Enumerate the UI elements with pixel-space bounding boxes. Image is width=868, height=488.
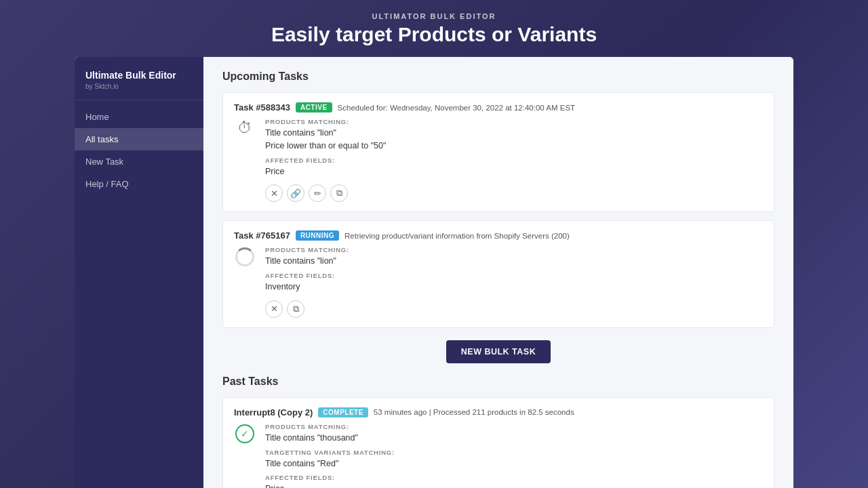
brand-title: Ultimate Bulk Editor bbox=[85, 69, 193, 81]
cancel-button[interactable]: ✕ bbox=[265, 184, 283, 202]
products-matching-label: PRODUCTS MATCHING: bbox=[265, 246, 763, 253]
main-container: Ultimate Bulk Editor by Sktch.io Home Al… bbox=[75, 57, 793, 488]
affected-fields-value: Inventory bbox=[265, 281, 763, 293]
affected-fields-value: Price bbox=[265, 165, 763, 178]
past-tasks-title: Past Tasks bbox=[222, 375, 774, 388]
task-id: Task #588343 bbox=[234, 102, 290, 113]
task-schedule: 53 minutes ago | Processed 211 products … bbox=[374, 408, 574, 416]
link-button[interactable]: 🔗 bbox=[287, 184, 304, 202]
task-id: Interrupt8 (Copy 2) bbox=[234, 407, 313, 418]
sidebar: Ultimate Bulk Editor by Sktch.io Home Al… bbox=[75, 57, 203, 488]
tagline: Easily target Products or Variants bbox=[0, 23, 868, 46]
content-area: Upcoming Tasks Task #588343 ACTIVE Sched… bbox=[203, 57, 793, 488]
sidebar-item-help[interactable]: Help / FAQ bbox=[75, 173, 203, 195]
check-icon: ✓ bbox=[234, 423, 256, 488]
cancel-button[interactable]: ✕ bbox=[265, 300, 283, 318]
sidebar-nav: Home All tasks New Task Help / FAQ bbox=[75, 100, 203, 201]
sidebar-item-new-task[interactable]: New Task bbox=[75, 150, 203, 173]
clock-icon: ⏱ bbox=[234, 118, 256, 202]
task-body: ⏱ PRODUCTS MATCHING: Title contains "lio… bbox=[234, 118, 763, 202]
sidebar-brand: Ultimate Bulk Editor by Sktch.io bbox=[75, 57, 203, 100]
affected-fields-label: AFFECTED FIELDS: bbox=[265, 474, 763, 481]
products-matching-value-0: Title contains "thousand" bbox=[265, 432, 763, 445]
task-schedule: Scheduled for: Wednesday, November 30, 2… bbox=[338, 104, 576, 112]
new-task-btn-wrap: NEW BULK TASK bbox=[222, 340, 774, 363]
products-matching-value-0: Title contains "lion" bbox=[265, 255, 763, 268]
affected-fields-label: AFFECTED FIELDS: bbox=[265, 157, 763, 164]
task-body: ✓ PRODUCTS MATCHING: Title contains "tho… bbox=[234, 423, 763, 488]
task-header: Task #588343 ACTIVE Scheduled for: Wedne… bbox=[234, 102, 763, 113]
task-header: Interrupt8 (Copy 2) COMPLETE 53 minutes … bbox=[234, 407, 763, 418]
task-badge-complete: COMPLETE bbox=[318, 407, 368, 418]
products-matching-label: PRODUCTS MATCHING: bbox=[265, 118, 763, 125]
task-header: Task #765167 RUNNING Retrieving product/… bbox=[234, 230, 763, 241]
task-card-588343: Task #588343 ACTIVE Scheduled for: Wedne… bbox=[222, 92, 774, 212]
task-schedule: Retrieving product/variant information f… bbox=[344, 232, 570, 240]
task-details: PRODUCTS MATCHING: Title contains "thous… bbox=[265, 423, 763, 488]
affected-fields-label: AFFECTED FIELDS: bbox=[265, 272, 763, 279]
copy-button[interactable]: ⧉ bbox=[287, 300, 304, 318]
task-details: PRODUCTS MATCHING: Title contains "lion"… bbox=[265, 118, 763, 202]
targeting-variants-value-0: Title contains "Red" bbox=[265, 458, 763, 470]
affected-fields-value: Price bbox=[265, 483, 763, 488]
task-actions: ✕ 🔗 ✏ ⧉ bbox=[265, 184, 763, 202]
sidebar-item-all-tasks[interactable]: All tasks bbox=[75, 128, 203, 150]
brand-sub: by Sktch.io bbox=[85, 83, 193, 90]
spinner-icon bbox=[234, 246, 256, 318]
sidebar-item-home[interactable]: Home bbox=[75, 106, 203, 128]
products-matching-value-0: Title contains "lion" bbox=[265, 127, 763, 140]
products-matching-label: PRODUCTS MATCHING: bbox=[265, 423, 763, 430]
task-badge-running: RUNNING bbox=[296, 230, 339, 241]
products-matching-value-1: Price lower than or equal to "50" bbox=[265, 140, 763, 152]
copy-button[interactable]: ⧉ bbox=[330, 184, 348, 202]
task-body: PRODUCTS MATCHING: Title contains "lion"… bbox=[234, 246, 763, 318]
task-actions: ✕ ⧉ bbox=[265, 300, 763, 318]
edit-button[interactable]: ✏ bbox=[309, 184, 326, 202]
new-bulk-task-button[interactable]: NEW BULK TASK bbox=[446, 340, 551, 363]
task-badge-active: ACTIVE bbox=[296, 102, 332, 113]
targeting-variants-label: TARGETTING VARIANTS MATCHING: bbox=[265, 449, 763, 456]
task-details: PRODUCTS MATCHING: Title contains "lion"… bbox=[265, 246, 763, 318]
app-name: ULTIMATOR BULK EDITOR bbox=[0, 12, 868, 20]
upcoming-tasks-title: Upcoming Tasks bbox=[222, 70, 774, 83]
task-card-interrupt8: Interrupt8 (Copy 2) COMPLETE 53 minutes … bbox=[222, 397, 774, 488]
task-id: Task #765167 bbox=[234, 230, 290, 241]
task-card-765167: Task #765167 RUNNING Retrieving product/… bbox=[222, 220, 774, 328]
